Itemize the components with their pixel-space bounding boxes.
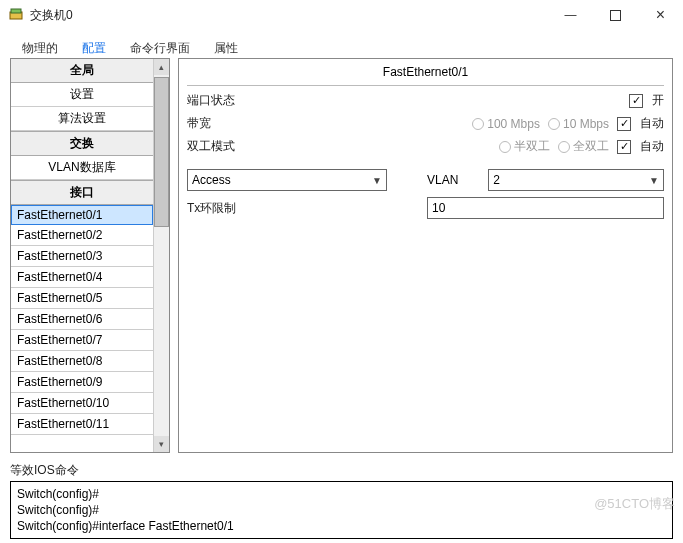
scroll-up-icon[interactable]: ▴ bbox=[154, 59, 169, 75]
sidebar-item-fe02[interactable]: FastEthernet0/2 bbox=[11, 225, 153, 246]
duplex-radio-half bbox=[499, 141, 511, 153]
ios-line: Switch(config)# bbox=[17, 486, 666, 502]
minimize-button[interactable]: — bbox=[548, 0, 593, 30]
sidebar-header-switching[interactable]: 交换 bbox=[11, 131, 153, 156]
sidebar-scrollbar[interactable]: ▴ ▾ bbox=[153, 59, 169, 452]
sidebar-item-fe03[interactable]: FastEthernet0/3 bbox=[11, 246, 153, 267]
svg-rect-1 bbox=[11, 9, 21, 13]
duplex-half-label: 半双工 bbox=[514, 138, 550, 155]
bandwidth-label: 带宽 bbox=[187, 115, 267, 132]
vlan-label: VLAN bbox=[427, 173, 458, 187]
bw-100-label: 100 Mbps bbox=[487, 117, 540, 131]
bw-10-label: 10 Mbps bbox=[563, 117, 609, 131]
sidebar: 全局 设置 算法设置 交换 VLAN数据库 接口 FastEthernet0/1… bbox=[10, 58, 170, 453]
sidebar-item-algorithm[interactable]: 算法设置 bbox=[11, 107, 153, 131]
bw-auto-label: 自动 bbox=[640, 115, 664, 132]
duplex-label: 双工模式 bbox=[187, 138, 267, 155]
vlan-value: 2 bbox=[493, 173, 500, 187]
sidebar-item-fe06[interactable]: FastEthernet0/6 bbox=[11, 309, 153, 330]
sidebar-item-fe01[interactable]: FastEthernet0/1 bbox=[11, 205, 153, 225]
close-button[interactable]: × bbox=[638, 0, 683, 30]
bw-auto-checkbox[interactable]: ✓ bbox=[617, 117, 631, 131]
scroll-thumb[interactable] bbox=[154, 77, 169, 227]
txring-input[interactable]: 10 bbox=[427, 197, 664, 219]
ios-line: Switch(config)# bbox=[17, 502, 666, 518]
scroll-down-icon[interactable]: ▾ bbox=[154, 436, 169, 452]
window-title: 交换机0 bbox=[30, 7, 548, 24]
mode-select[interactable]: Access ▼ bbox=[187, 169, 387, 191]
app-icon bbox=[8, 7, 24, 23]
sidebar-item-fe04[interactable]: FastEthernet0/4 bbox=[11, 267, 153, 288]
duplex-auto-label: 自动 bbox=[640, 138, 664, 155]
duplex-radio-full bbox=[558, 141, 570, 153]
ios-label: 等效IOS命令 bbox=[10, 462, 673, 479]
config-panel: FastEthernet0/1 端口状态 ✓ 开 带宽 100 Mbps 10 … bbox=[178, 58, 673, 453]
vlan-select[interactable]: 2 ▼ bbox=[488, 169, 664, 191]
sidebar-header-global[interactable]: 全局 bbox=[11, 59, 153, 83]
ios-output[interactable]: Switch(config)# Switch(config)# Switch(c… bbox=[10, 481, 673, 539]
port-status-on-label: 开 bbox=[652, 92, 664, 109]
panel-title: FastEthernet0/1 bbox=[187, 63, 664, 86]
chevron-down-icon: ▼ bbox=[649, 175, 659, 186]
bw-radio-10 bbox=[548, 118, 560, 130]
sidebar-item-fe05[interactable]: FastEthernet0/5 bbox=[11, 288, 153, 309]
sidebar-item-vlan-db[interactable]: VLAN数据库 bbox=[11, 156, 153, 180]
titlebar: 交换机0 — × bbox=[0, 0, 683, 30]
mode-value: Access bbox=[192, 173, 231, 187]
sidebar-header-interface[interactable]: 接口 bbox=[11, 180, 153, 205]
port-status-label: 端口状态 bbox=[187, 92, 267, 109]
svg-rect-2 bbox=[611, 10, 621, 20]
port-status-checkbox[interactable]: ✓ bbox=[629, 94, 643, 108]
maximize-button[interactable] bbox=[593, 0, 638, 30]
txring-label: Tx环限制 bbox=[187, 200, 387, 217]
ios-section: 等效IOS命令 Switch(config)# Switch(config)# … bbox=[10, 462, 673, 539]
window-controls: — × bbox=[548, 0, 683, 30]
duplex-full-label: 全双工 bbox=[573, 138, 609, 155]
ios-line: Switch(config)#interface FastEthernet0/1 bbox=[17, 518, 666, 534]
sidebar-item-fe09[interactable]: FastEthernet0/9 bbox=[11, 372, 153, 393]
sidebar-item-fe11[interactable]: FastEthernet0/11 bbox=[11, 414, 153, 435]
bw-radio-100 bbox=[472, 118, 484, 130]
sidebar-item-fe08[interactable]: FastEthernet0/8 bbox=[11, 351, 153, 372]
txring-value: 10 bbox=[432, 201, 445, 215]
sidebar-item-fe07[interactable]: FastEthernet0/7 bbox=[11, 330, 153, 351]
duplex-auto-checkbox[interactable]: ✓ bbox=[617, 140, 631, 154]
sidebar-item-settings[interactable]: 设置 bbox=[11, 83, 153, 107]
chevron-down-icon: ▼ bbox=[372, 175, 382, 186]
sidebar-item-fe10[interactable]: FastEthernet0/10 bbox=[11, 393, 153, 414]
